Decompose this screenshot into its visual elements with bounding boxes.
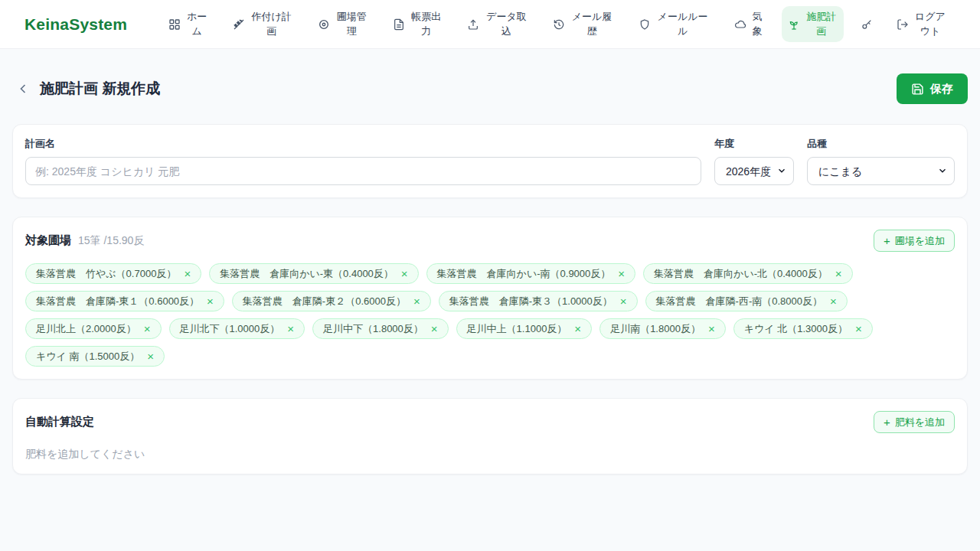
nav-label: 施肥計画 bbox=[805, 10, 838, 39]
auto-calc-card: 自動計算設定 + 肥料を追加 肥料を追加してください bbox=[12, 398, 968, 474]
variety-label: 品種 bbox=[807, 137, 955, 151]
shield-icon bbox=[639, 18, 651, 31]
nav-item-weather[interactable]: 気象 bbox=[728, 6, 769, 43]
remove-field-icon[interactable]: × bbox=[620, 295, 627, 307]
page-header: 施肥計画 新規作成 保存 bbox=[12, 73, 968, 104]
year-select[interactable]: 2026年度 bbox=[714, 157, 794, 185]
remove-field-icon[interactable]: × bbox=[184, 268, 191, 279]
chevron-left-icon bbox=[15, 81, 31, 96]
nav-item-field-management[interactable]: 圃場管理 bbox=[312, 6, 374, 43]
nav-item-planting-plan[interactable]: 作付け計画 bbox=[227, 6, 299, 43]
field-chip: 集落営農 倉庫隣-東２（0.6000反）× bbox=[232, 291, 431, 311]
grid-icon bbox=[168, 18, 181, 31]
cloud-icon bbox=[734, 18, 746, 31]
key-icon bbox=[861, 18, 873, 31]
page-title: 施肥計画 新規作成 bbox=[40, 79, 160, 99]
nav-label: 作付け計画 bbox=[250, 10, 293, 39]
nav-item-fertilization-plan[interactable]: 施肥計画 bbox=[782, 6, 844, 43]
remove-field-icon[interactable]: × bbox=[207, 295, 214, 307]
document-icon bbox=[393, 18, 405, 31]
field-chip: キウイ 北（1.3000反）× bbox=[733, 318, 873, 339]
save-button[interactable]: 保存 bbox=[897, 73, 968, 104]
field-chip-label: 足川南（1.8000反） bbox=[610, 322, 701, 336]
back-button[interactable] bbox=[12, 78, 34, 99]
field-chip-label: 集落営農 倉庫向かい-北（0.4000反） bbox=[654, 267, 828, 281]
target-fields-title: 対象圃場 bbox=[25, 233, 71, 248]
auto-calc-title: 自動計算設定 bbox=[25, 415, 94, 429]
location-icon bbox=[318, 18, 330, 31]
field-chip: 足川南（1.8000反）× bbox=[599, 318, 726, 339]
remove-field-icon[interactable]: × bbox=[855, 323, 862, 334]
field-chip: 集落営農 竹やぶ（0.7000反）× bbox=[25, 263, 201, 284]
remove-field-icon[interactable]: × bbox=[401, 268, 408, 279]
remove-field-icon[interactable]: × bbox=[830, 295, 837, 307]
target-fields-card: 対象圃場 15筆 /15.90反 + 圃場を追加 集落営農 竹やぶ（0.7000… bbox=[12, 217, 968, 380]
field-chip-label: 集落営農 倉庫向かい-南（0.9000反） bbox=[437, 267, 611, 281]
save-icon bbox=[911, 83, 924, 96]
field-chip: 集落営農 倉庫向かい-北（0.4000反）× bbox=[643, 263, 852, 284]
plan-form-card: 計画名 年度 2026年度 品種 にこまる bbox=[12, 124, 968, 198]
remove-field-icon[interactable]: × bbox=[413, 295, 420, 307]
nav-item-password[interactable] bbox=[856, 14, 877, 35]
field-chip-label: 集落営農 竹やぶ（0.7000反） bbox=[36, 267, 176, 281]
nav-item-mail-rules[interactable]: メールルール bbox=[632, 6, 716, 43]
nav-label: メール履歴 bbox=[570, 10, 613, 39]
nav-item-logout[interactable]: ログアウト bbox=[890, 6, 952, 43]
remove-field-icon[interactable]: × bbox=[287, 323, 294, 334]
plan-name-input[interactable] bbox=[25, 157, 701, 185]
field-chip: 足川北上（2.0000反）× bbox=[25, 318, 162, 339]
field-chip: 足川中下（1.8000反）× bbox=[312, 318, 449, 339]
nav-label: 圃場管理 bbox=[335, 10, 368, 39]
field-chip-label: 足川中上（1.1000反） bbox=[467, 322, 567, 336]
fertilizer-empty-text: 肥料を追加してください bbox=[25, 448, 955, 461]
remove-field-icon[interactable]: × bbox=[147, 350, 154, 362]
field-chip-label: 集落営農 倉庫隣-西-南（0.8000反） bbox=[656, 295, 822, 308]
field-chip-label: 足川北上（2.0000反） bbox=[36, 322, 136, 336]
field-chip-label: キウイ 南（1.5000反） bbox=[36, 350, 139, 364]
nav-label: 帳票出力 bbox=[410, 10, 443, 39]
sprout-icon bbox=[788, 18, 800, 31]
upload-icon bbox=[467, 18, 479, 31]
nav-item-data-import[interactable]: データ取込 bbox=[461, 6, 534, 43]
field-chip: キウイ 南（1.5000反）× bbox=[25, 346, 165, 367]
remove-field-icon[interactable]: × bbox=[431, 323, 438, 334]
field-chip: 集落営農 倉庫隣-西-南（0.8000反）× bbox=[645, 291, 848, 311]
remove-field-icon[interactable]: × bbox=[618, 268, 625, 279]
field-chip-label: 集落営農 倉庫向かい-東（0.4000反） bbox=[220, 267, 394, 281]
field-chip-label: 集落営農 倉庫隣-東３（1.0000反） bbox=[449, 295, 612, 308]
remove-field-icon[interactable]: × bbox=[708, 323, 715, 334]
field-chip: 集落営農 倉庫向かい-南（0.9000反）× bbox=[426, 263, 635, 284]
nav-item-mail-history[interactable]: メール履歴 bbox=[547, 6, 619, 43]
remove-field-icon[interactable]: × bbox=[835, 268, 842, 279]
nav-item-home[interactable]: ホーム bbox=[162, 6, 214, 43]
field-chip: 足川中上（1.1000反）× bbox=[456, 318, 593, 339]
target-fields-count: 15筆 /15.90反 bbox=[78, 234, 144, 248]
nav-label: データ取込 bbox=[485, 10, 528, 39]
top-nav: KeinaSystem ホーム 作付け計画 圃場管理 帳票出力 データ取込 メー… bbox=[0, 0, 980, 49]
field-chip: 集落営農 倉庫隣-東１（0.6000反）× bbox=[25, 291, 224, 311]
history-icon bbox=[553, 18, 565, 31]
variety-select[interactable]: にこまる bbox=[807, 157, 955, 185]
plus-icon: + bbox=[884, 235, 890, 246]
field-chip-label: 集落営農 倉庫隣-東１（0.6000反） bbox=[36, 295, 199, 308]
field-chip-label: 足川中下（1.8000反） bbox=[323, 322, 423, 336]
plan-name-label: 計画名 bbox=[25, 137, 701, 151]
add-fertilizer-label: 肥料を追加 bbox=[895, 416, 945, 429]
field-chip: 集落営農 倉庫隣-東３（1.0000反）× bbox=[439, 291, 638, 311]
add-fertilizer-button[interactable]: + 肥料を追加 bbox=[874, 411, 955, 433]
nav-label: ホーム bbox=[186, 10, 207, 39]
field-chip: 足川北下（1.0000反）× bbox=[169, 318, 305, 339]
field-chip-label: 集落営農 倉庫隣-東２（0.6000反） bbox=[243, 295, 406, 308]
add-field-button[interactable]: + 圃場を追加 bbox=[874, 230, 955, 252]
nav-label: メールルール bbox=[656, 10, 710, 39]
remove-field-icon[interactable]: × bbox=[144, 323, 151, 334]
nav-label: 気象 bbox=[752, 10, 763, 39]
logout-icon bbox=[897, 18, 909, 31]
plus-icon: + bbox=[884, 416, 890, 428]
nav-item-report-output[interactable]: 帳票出力 bbox=[387, 6, 449, 43]
field-chip-label: 足川北下（1.0000反） bbox=[180, 322, 280, 336]
field-chip-label: キウイ 北（1.3000反） bbox=[744, 322, 848, 336]
add-field-label: 圃場を追加 bbox=[895, 234, 945, 248]
remove-field-icon[interactable]: × bbox=[574, 323, 581, 334]
field-chip: 集落営農 倉庫向かい-東（0.4000反）× bbox=[209, 263, 418, 284]
